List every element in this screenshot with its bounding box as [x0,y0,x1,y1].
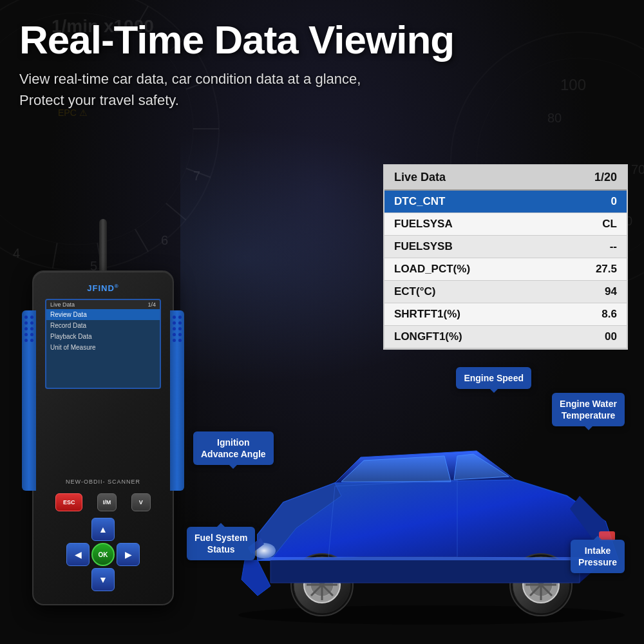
row-label: FUELSYSA [394,218,453,231]
table-row: LOAD_PCT(%) 27.5 [384,258,627,281]
dpad-down-button[interactable]: ▼ [91,568,115,591]
svg-line-7 [166,204,186,220]
dpad-right-button[interactable]: ▶ [117,543,140,566]
table-header: Live Data 1/20 [384,166,627,191]
callout-engine-speed: Engine Speed [456,367,531,389]
ok-button[interactable]: OK [91,543,115,566]
screen-menu-item-unit[interactable]: Unit of Measure [46,342,160,353]
side-grip-left [22,310,36,491]
callout-ignition-advance: IgnitionAdvance Angle [193,431,274,465]
v-button[interactable]: V [131,493,151,511]
svg-text:7: 7 [193,169,200,183]
svg-text:70: 70 [631,162,644,176]
table-row: DTC_CNT 0 [384,191,627,213]
grip-dot [173,339,176,342]
grip-dot [173,321,176,325]
subtitle: View real-time car data, car condition d… [19,68,454,111]
dpad-empty-tl [66,518,90,541]
callout-engine-water-temp: Engine WaterTemperature [552,393,625,426]
table-row: FUELSYSB -- [384,236,627,258]
brand-name: JFIND [87,283,115,293]
buttons-area: ESC I/M V ▲ ◀ OK ▶ ▼ [48,493,158,591]
grip-dots-left [22,310,36,347]
main-container: 1/min x1000 2 1 3 4 5 6 7 EPC ⚠ 100 80 7… [0,0,644,644]
grip-dot [178,339,182,342]
grip-dot [178,316,182,319]
row-value: 00 [605,330,617,343]
svg-text:4: 4 [13,246,20,260]
row-label: LOAD_PCT(%) [394,263,470,276]
callout-fuel-label: Fuel SystemStatus [194,533,247,554]
svg-text:80: 80 [547,111,562,125]
device-brand: JFIND® [87,283,118,293]
row-value: 94 [605,285,617,298]
subtitle-line2: Protect your travel safety. [19,92,179,108]
row-value: 27.5 [596,263,617,276]
grip-dot [173,316,176,319]
esc-button[interactable]: ESC [55,493,82,511]
row-label: SHRTFT1(%) [394,308,460,321]
grip-dot [173,327,176,330]
top-buttons-row: ESC I/M V [48,493,158,511]
grip-dot [24,333,28,336]
grip-dot [178,327,182,330]
grip-dot [24,316,28,319]
callout-intake-label: IntakePressure [578,545,617,567]
screen-menu-item-record[interactable]: Record Data [46,320,160,331]
table-row: SHRTFT1(%) 8.6 [384,303,627,326]
dpad-empty-bl [66,568,90,591]
dpad-left-button[interactable]: ◀ [66,543,90,566]
svg-text:100: 100 [560,76,586,93]
grip-dot [30,339,33,342]
row-value: -- [610,240,617,253]
svg-point-26 [238,605,625,625]
grip-dots-right [170,310,184,347]
table-page-indicator: 1/20 [594,171,617,184]
im-button[interactable]: I/M [97,493,117,511]
grip-dot [30,327,33,330]
table-row: ECT(°C) 94 [384,281,627,303]
grip-dot [24,327,28,330]
grip-dot [173,333,176,336]
car-area: Engine Speed Engine WaterTemperature Ign… [174,354,631,625]
device-body: JFIND® Live Data 1/4 Review Data Record … [32,270,174,605]
subtitle-line1: View real-time car data, car condition d… [19,71,361,87]
row-label: DTC_CNT [394,195,445,208]
screen-page: 1/4 [147,301,156,308]
grip-dot [24,321,28,325]
dpad-up-button[interactable]: ▲ [91,518,115,541]
row-value: CL [602,218,617,231]
row-value: 0 [611,195,617,208]
dpad-empty-br [117,568,140,591]
callout-engine-water-label: Engine WaterTemperature [560,399,617,421]
row-label: ECT(°C) [394,285,435,298]
callout-ignition-label: IgnitionAdvance Angle [201,437,266,459]
device-model-label: NEW-OBDII- SCANNER [66,478,140,485]
screen-title: Live Data [50,301,75,308]
screen-menu-item-review[interactable]: Review Data [46,309,160,320]
svg-text:6: 6 [161,233,168,247]
scanner-device: JFIND® Live Data 1/4 Review Data Record … [13,270,193,631]
row-label: FUELSYSB [394,240,453,253]
callout-engine-speed-label: Engine Speed [464,373,524,383]
screen-menu-item-playback[interactable]: Playback Data [46,331,160,342]
callout-fuel-system: Fuel SystemStatus [187,527,255,560]
grip-dot [30,316,33,319]
brand-symbol: ® [115,283,119,289]
live-data-table: Live Data 1/20 DTC_CNT 0 FUELSYSA CL FUE… [383,164,628,350]
dpad-empty-tr [117,518,140,541]
table-row: FUELSYSA CL [384,213,627,236]
svg-line-10 [53,243,57,268]
screen-header: Live Data 1/4 [46,300,160,309]
row-label: LONGFT1(%) [394,330,462,343]
grip-dot [24,339,28,342]
row-value: 8.6 [601,308,617,321]
grip-dot [30,321,33,325]
side-grip-right [170,310,184,491]
main-title: Real-Time Data Viewing [19,18,454,62]
grip-dot [178,321,182,325]
callout-intake-pressure: IntakePressure [571,540,625,573]
title-section: Real-Time Data Viewing View real-time ca… [19,18,454,111]
grip-dot [178,333,182,336]
table-title: Live Data [394,171,446,184]
